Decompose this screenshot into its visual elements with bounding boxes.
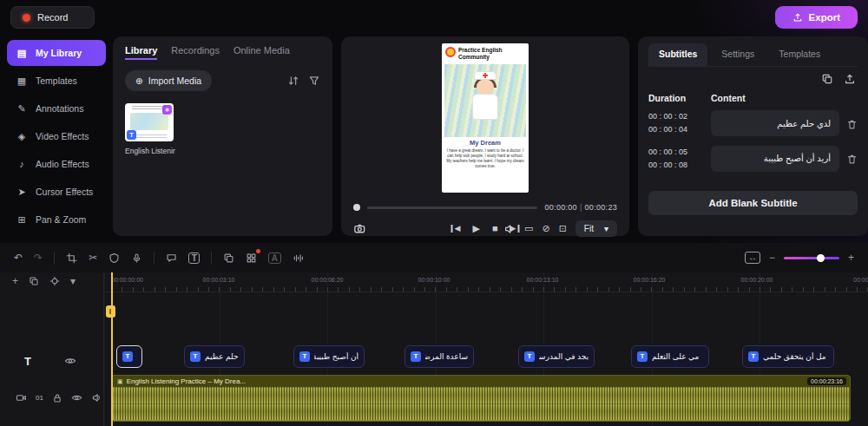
sidebar-item-templates[interactable]: ▦ Templates bbox=[7, 68, 106, 94]
scrubber-handle[interactable] bbox=[353, 204, 360, 211]
denoise-shield-icon[interactable] bbox=[108, 252, 120, 264]
fit-timeline-icon[interactable]: ↔ bbox=[745, 252, 760, 264]
zoom-in-icon[interactable]: + bbox=[848, 252, 854, 263]
undo-icon[interactable]: ↶ bbox=[14, 252, 23, 263]
subtitle-content-input[interactable]: لدي حلم عظيم bbox=[711, 110, 839, 136]
timeline-tracks-area[interactable]: 00:00:00:00 00:00:03:10 00:00:06:20 00:0… bbox=[104, 272, 868, 426]
media-item[interactable]: ∗ T English Listening Pra... bbox=[125, 103, 175, 155]
subtitle-clip[interactable]: T بجد في المدرسة bbox=[518, 345, 595, 368]
tab-recordings[interactable]: Recordings bbox=[171, 45, 220, 60]
sidebar-item-annotations[interactable]: ✎ Annotations bbox=[7, 95, 106, 121]
duplicate-icon[interactable] bbox=[29, 276, 39, 286]
scrubber-row: 00:00:00|00:00:23 bbox=[353, 203, 617, 212]
effects-tool-icon[interactable] bbox=[246, 252, 257, 263]
tab-library[interactable]: Library bbox=[125, 45, 157, 60]
ai-badge-icon: ∗ bbox=[162, 105, 172, 115]
annotation-tool-icon[interactable] bbox=[166, 252, 177, 264]
text-clip-icon: T bbox=[524, 351, 535, 362]
delete-subtitle-button[interactable] bbox=[846, 152, 858, 165]
waveform-bottom bbox=[112, 403, 850, 420]
tab-subtitles[interactable]: Subtitles bbox=[648, 43, 707, 66]
media-thumbnail[interactable]: ∗ T bbox=[125, 103, 174, 141]
split-tool-icon[interactable]: ✂ bbox=[89, 252, 97, 263]
text-track-visibility-icon[interactable] bbox=[64, 355, 76, 367]
tab-templates[interactable]: Templates bbox=[768, 43, 831, 66]
tab-online-media[interactable]: Online Media bbox=[233, 45, 290, 60]
crop-tool-icon[interactable] bbox=[66, 252, 77, 264]
sidebar-item-pan-zoom[interactable]: ⊞ Pan & Zoom bbox=[7, 206, 106, 233]
subtitle-clip[interactable]: T مل أن يتحقق حلمي bbox=[742, 345, 834, 368]
fit-dropdown[interactable]: Fit ▾ bbox=[575, 220, 617, 237]
auto-caption-icon[interactable]: A bbox=[268, 252, 280, 264]
text-clip-icon: T bbox=[748, 351, 759, 362]
annotations-icon: ✎ bbox=[16, 103, 28, 115]
text-tool-icon[interactable]: T bbox=[188, 252, 200, 264]
main-row: ▤ My Library ▦ Templates ✎ Annotations ◈… bbox=[0, 35, 868, 243]
playhead-handle[interactable] bbox=[106, 305, 115, 318]
export-button[interactable]: Export bbox=[775, 6, 858, 29]
text-clip-icon: T bbox=[411, 351, 421, 362]
fit-label: Fit bbox=[584, 224, 594, 233]
sidebar-item-cursor-effects[interactable]: ➤ Cursor Effects bbox=[7, 179, 106, 205]
aspect-ratio-icon[interactable]: ▭ bbox=[524, 224, 533, 233]
playhead-line[interactable] bbox=[111, 272, 113, 426]
media-item-title: English Listening Pra... bbox=[125, 147, 175, 155]
marker-target-icon[interactable] bbox=[49, 276, 60, 286]
chevron-down-icon[interactable]: ▾ bbox=[70, 276, 76, 286]
redo-icon[interactable]: ↷ bbox=[34, 252, 43, 263]
add-blank-subtitle-button[interactable]: Add Blank Subtitle bbox=[648, 191, 858, 215]
translate-copy-icon[interactable] bbox=[821, 73, 833, 85]
video-track-visibility-icon[interactable] bbox=[71, 392, 82, 403]
stop-button[interactable]: ■ bbox=[492, 224, 498, 233]
video-preview[interactable]: Practice English Community My Dream I ha… bbox=[442, 43, 529, 193]
sidebar-item-my-library[interactable]: ▤ My Library bbox=[7, 40, 106, 66]
sort-icon[interactable] bbox=[287, 75, 299, 87]
scrubber-track[interactable] bbox=[367, 206, 537, 209]
track-header-column: + ▾ T 01 bbox=[0, 272, 104, 426]
snapshot-camera-icon[interactable] bbox=[353, 222, 366, 235]
subtitle-row: 00 : 00 : 05 00 : 00 : 08 أريد أن أصبح ط… bbox=[648, 146, 858, 173]
ruler-label: 00:00:16:20 bbox=[634, 277, 666, 283]
play-button[interactable]: ▶ bbox=[472, 224, 479, 233]
delete-subtitle-button[interactable] bbox=[846, 117, 858, 130]
timeline-ruler[interactable]: 00:00:00:00 00:00:03:10 00:00:06:20 00:0… bbox=[104, 272, 868, 292]
subtitle-clip[interactable]: T مي على التعلم bbox=[631, 345, 709, 368]
import-media-button[interactable]: ⊕ Import Media bbox=[125, 70, 212, 91]
timeline-body: + ▾ T 01 bbox=[0, 272, 868, 426]
zoom-slider[interactable] bbox=[784, 257, 839, 259]
sidebar-item-video-effects[interactable]: ◈ Video Effects bbox=[7, 123, 106, 149]
subtitle-clip[interactable]: T أن أصبح طبيبة bbox=[293, 345, 365, 368]
library-panel: Library Recordings Online Media ⊕ Import… bbox=[113, 36, 332, 236]
voiceover-mic-icon[interactable] bbox=[131, 252, 142, 264]
subtitle-clip[interactable]: T bbox=[116, 345, 142, 368]
duration-column-header: Duration bbox=[648, 93, 711, 103]
record-button[interactable]: Record bbox=[10, 6, 95, 29]
fullscreen-icon[interactable]: ⊡ bbox=[559, 224, 567, 233]
subtitle-clip[interactable]: T حلم عظيم bbox=[184, 345, 245, 368]
previous-frame-button[interactable]: ◀ bbox=[451, 225, 461, 233]
subtitle-clip[interactable]: T ساعدة المرضى bbox=[404, 345, 474, 368]
audio-wave-icon[interactable] bbox=[293, 252, 304, 264]
tab-settings[interactable]: Settings bbox=[711, 43, 765, 66]
video-clip[interactable]: ▣ English Listening Practice – My Drea..… bbox=[111, 375, 851, 422]
lock-track-icon[interactable] bbox=[52, 393, 62, 403]
text-track-icon: T bbox=[24, 355, 31, 368]
pip-tool-icon[interactable] bbox=[223, 252, 234, 264]
zoom-slider-thumb[interactable] bbox=[817, 254, 825, 262]
next-frame-button[interactable]: ▶ bbox=[510, 225, 520, 233]
export-subtitles-icon[interactable] bbox=[844, 73, 856, 85]
add-track-icon[interactable]: + bbox=[12, 276, 18, 286]
filter-icon[interactable] bbox=[308, 75, 320, 87]
timeline-zoom-controls: ↔ − + bbox=[745, 252, 854, 264]
disable-effect-icon[interactable]: ⊘ bbox=[542, 224, 549, 233]
clip-duration-badge: 00:00:23:16 bbox=[807, 377, 846, 385]
character-body bbox=[472, 94, 498, 120]
sidebar-item-audio-effects[interactable]: ♪ Audio Effects bbox=[7, 151, 106, 177]
zoom-out-icon[interactable]: − bbox=[769, 252, 775, 263]
sidebar-label: Audio Effects bbox=[36, 159, 89, 169]
trash-icon bbox=[846, 119, 858, 130]
mute-track-icon[interactable] bbox=[91, 392, 102, 403]
subtitle-content-input[interactable]: أريد أن أصبح طبيبة bbox=[711, 146, 839, 172]
sidebar: ▤ My Library ▦ Templates ✎ Annotations ◈… bbox=[0, 35, 113, 243]
text-clip-icon: T bbox=[190, 351, 201, 362]
